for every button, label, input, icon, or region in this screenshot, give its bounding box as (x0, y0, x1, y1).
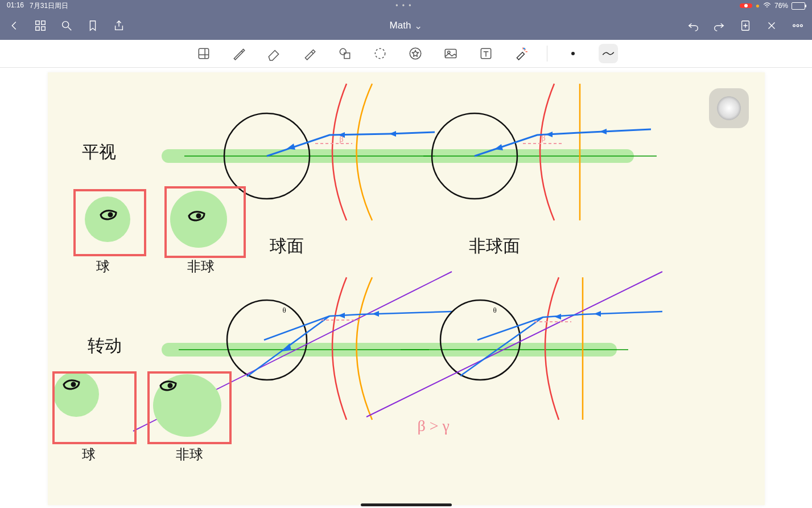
svg-point-8 (801, 24, 803, 27)
label-box2b: 非球 (176, 445, 203, 464)
share-button[interactable] (112, 18, 126, 33)
svg-line-41 (366, 272, 662, 417)
label-theta-1: θ (283, 306, 286, 315)
canvas-area[interactable]: 平视 β (0, 68, 812, 508)
orientation-lock-icon: ● (756, 2, 760, 10)
svg-point-7 (797, 24, 799, 27)
red-box-1a (73, 189, 146, 256)
more-button[interactable] (790, 18, 805, 33)
svg-marker-26 (600, 129, 607, 134)
label-row1-mid: 球面 (270, 235, 304, 258)
assistive-touch-button[interactable] (709, 88, 749, 128)
pen-tool[interactable] (229, 44, 249, 63)
wifi-icon (763, 2, 771, 10)
svg-point-17 (524, 48, 525, 50)
svg-marker-42 (594, 311, 601, 317)
laser-tool[interactable] (512, 44, 531, 63)
svg-point-30 (197, 214, 200, 218)
svg-point-46 (168, 384, 172, 387)
svg-point-10 (340, 48, 346, 55)
svg-point-6 (793, 24, 795, 27)
app-title-bar: Math ⌄ (0, 11, 812, 40)
svg-rect-14 (445, 49, 456, 58)
status-time: 01:16 (7, 1, 24, 11)
text-tool[interactable] (476, 44, 496, 63)
battery-icon (792, 2, 805, 10)
svg-marker-20 (389, 131, 396, 137)
svg-marker-37 (281, 343, 291, 351)
label-box2a: 球 (82, 445, 96, 464)
thumbnails-button[interactable] (33, 18, 48, 33)
red-box-1b (164, 186, 246, 258)
multitask-dots[interactable]: • • • (68, 2, 740, 10)
label-beta-2: β (542, 134, 546, 143)
svg-point-32 (227, 300, 307, 380)
label-row1-right: 非球面 (469, 235, 520, 258)
svg-rect-1 (42, 21, 45, 24)
label-row2-left: 转动 (88, 334, 122, 358)
eraser-tool[interactable] (265, 44, 284, 63)
svg-marker-35 (338, 313, 345, 318)
svg-marker-27 (546, 132, 553, 137)
svg-marker-43 (554, 314, 561, 319)
label-theta-2: θ (493, 306, 497, 315)
search-button[interactable] (59, 18, 74, 33)
svg-rect-0 (36, 21, 39, 24)
svg-rect-3 (42, 27, 45, 30)
label-beta-gt-gamma: β > γ (418, 417, 450, 435)
screen-recording-indicator[interactable] (740, 3, 752, 8)
back-button[interactable] (7, 18, 22, 33)
note-page[interactable]: 平视 β (48, 72, 765, 505)
add-page-button[interactable] (738, 18, 753, 33)
redo-button[interactable] (712, 18, 727, 33)
svg-point-40 (440, 300, 520, 380)
eye-icon-2a (62, 379, 83, 390)
tool-bar (0, 40, 812, 68)
close-button[interactable] (764, 18, 779, 33)
svg-rect-9 (199, 48, 208, 58)
shape-tool[interactable] (335, 44, 355, 63)
eye-icon-1b (187, 210, 208, 222)
sticker-tool[interactable] (406, 44, 425, 63)
svg-point-29 (109, 213, 112, 216)
status-date: 7月31日周日 (30, 1, 68, 11)
svg-line-44 (460, 317, 543, 376)
diagram-row1-aspherical (423, 89, 640, 220)
svg-rect-2 (36, 27, 39, 30)
svg-point-4 (63, 22, 69, 28)
chevron-down-icon: ⌄ (414, 20, 422, 32)
lasso-tool[interactable] (370, 44, 390, 63)
ipad-status-bar: 01:16 7月31日周日 • • • ● 76% (0, 0, 812, 11)
stroke-style-indicator[interactable] (599, 44, 618, 63)
battery-percent: 76% (774, 2, 788, 10)
home-indicator[interactable] (361, 503, 452, 506)
bookmark-button[interactable] (85, 18, 100, 33)
tool-separator (547, 46, 547, 62)
undo-button[interactable] (686, 18, 700, 33)
eye-icon-1a (99, 209, 119, 220)
document-title[interactable]: Math ⌄ (132, 20, 680, 32)
svg-point-12 (375, 48, 385, 58)
diagram-row2-aspherical (366, 283, 662, 431)
highlighter-tool[interactable] (300, 44, 319, 63)
label-beta-1: β (340, 135, 344, 144)
label-box1b: 非球 (187, 257, 215, 276)
document-title-text: Math (390, 20, 411, 31)
eye-icon-2b (159, 380, 179, 391)
label-box1a: 球 (96, 257, 110, 276)
image-tool[interactable] (441, 44, 460, 63)
zoom-tool[interactable] (194, 44, 213, 63)
stroke-size-indicator[interactable] (563, 44, 583, 63)
diagram-row1-spherical (219, 89, 435, 220)
label-row1-left: 平视 (82, 141, 116, 164)
svg-point-45 (72, 383, 75, 386)
